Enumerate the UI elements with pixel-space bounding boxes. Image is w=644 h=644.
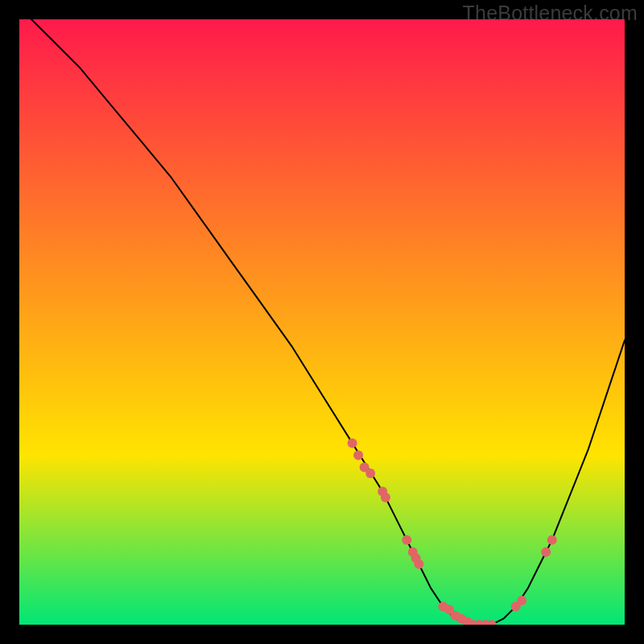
marker-dot: [381, 493, 390, 502]
marker-dot: [541, 547, 551, 557]
marker-dot: [353, 450, 363, 460]
plot-area: [19, 19, 625, 625]
marker-dot: [348, 438, 357, 448]
marker-dot: [517, 596, 526, 605]
gradient-background: [19, 19, 625, 625]
chart-svg: [19, 19, 625, 625]
marker-dot: [414, 559, 423, 569]
chart-stage: TheBottleneck.com: [0, 0, 644, 644]
marker-dot: [402, 535, 411, 545]
marker-dot: [365, 469, 375, 478]
marker-dot: [547, 535, 557, 545]
